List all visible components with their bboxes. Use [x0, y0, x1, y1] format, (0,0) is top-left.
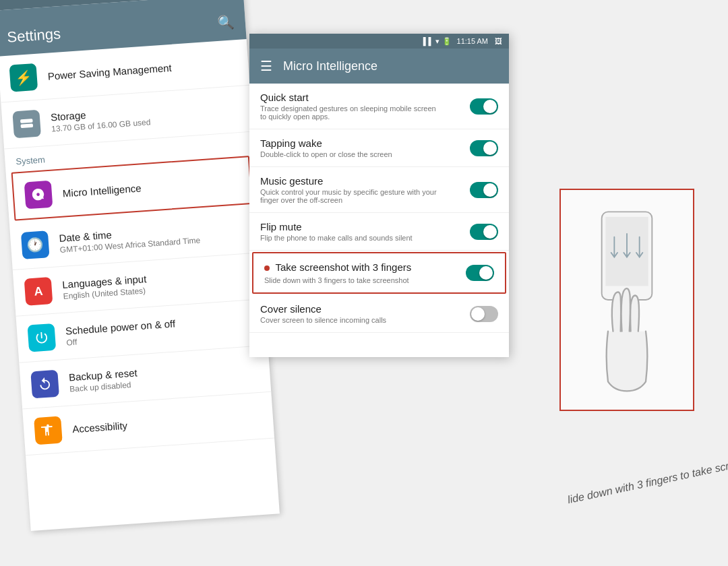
tapping-wake-label: Tapping wake — [260, 137, 392, 149]
screenshot-3fingers-item[interactable]: Take screenshot with 3 fingers Slide dow… — [252, 252, 506, 294]
flip-mute-item[interactable]: Flip mute Flip the phone to make calls a… — [249, 213, 509, 251]
cover-silence-label: Cover silence — [260, 303, 386, 315]
accessibility-text: Accessibility — [72, 419, 128, 435]
backup-reset-icon — [30, 370, 59, 399]
micro-intelligence-icon — [24, 181, 53, 210]
quick-start-item[interactable]: Quick start Trace designated gestures on… — [249, 84, 509, 129]
cover-silence-knob — [471, 307, 485, 321]
tapping-wake-toggle[interactable] — [470, 140, 498, 156]
settings-title: Settings — [7, 25, 61, 46]
cover-silence-text: Cover silence Cover screen to silence in… — [260, 303, 386, 324]
music-gesture-text: Music gesture Quick control your music b… — [260, 175, 442, 204]
music-gesture-label: Music gesture — [260, 175, 442, 187]
flip-mute-toggle[interactable] — [470, 224, 498, 240]
quick-start-toggle[interactable] — [470, 98, 498, 115]
date-time-icon: 🕐 — [21, 230, 50, 259]
screenshot-3fingers-toggle[interactable] — [466, 265, 494, 281]
music-gesture-knob — [483, 183, 497, 197]
quick-start-knob — [483, 100, 497, 113]
screenshot-3fingers-label: Take screenshot with 3 fingers — [275, 261, 411, 273]
flip-mute-sub: Flip the phone to make calls and sounds … — [260, 234, 413, 242]
tapping-wake-item[interactable]: Tapping wake Double-click to open or clo… — [249, 129, 509, 167]
menu-icon[interactable]: ☰ — [260, 58, 272, 74]
micro-intelligence-text: Micro Intelligence — [62, 182, 142, 199]
micro-intelligence-panel: ▌▌ ▾ 🔋 11:15 AM 🖼 ☰ Micro Intelligence Q… — [249, 34, 509, 357]
cover-silence-sub: Cover screen to silence incoming calls — [260, 316, 386, 324]
micro-intelligence-label: Micro Intelligence — [62, 182, 142, 199]
micro-title: Micro Intelligence — [283, 59, 377, 73]
accessibility-label: Accessibility — [72, 419, 128, 435]
power-saving-icon: ⚡ — [9, 63, 38, 92]
tapping-wake-knob — [483, 142, 497, 155]
music-gesture-toggle[interactable] — [470, 182, 498, 198]
cover-silence-item[interactable]: Cover silence Cover screen to silence in… — [249, 295, 509, 333]
screenshot-3fingers-sub: Slide down with 3 fingers to take screen… — [264, 276, 411, 284]
phone-illustration — [573, 206, 681, 394]
settings-panel: ▌▌ ▾ 11:15 AM Settings 🔍 ⚡ Power Saving … — [0, 0, 280, 531]
flip-mute-knob — [483, 225, 497, 239]
storage-text: Storage 13.70 GB of 16.00 GB used — [50, 104, 150, 133]
micro-status-bar: ▌▌ ▾ 🔋 11:15 AM 🖼 — [249, 34, 509, 49]
flip-mute-label: Flip mute — [260, 221, 413, 232]
cover-silence-toggle[interactable] — [470, 306, 498, 322]
music-gesture-item[interactable]: Music gesture Quick control your music b… — [249, 167, 509, 213]
quick-start-label: Quick start — [260, 92, 442, 103]
storage-icon — [12, 110, 41, 139]
red-dot — [264, 265, 270, 271]
flip-mute-text: Flip mute Flip the phone to make calls a… — [260, 221, 413, 242]
tapping-wake-text: Tapping wake Double-click to open or clo… — [260, 137, 392, 158]
languages-icon: A — [24, 277, 53, 306]
date-time-text: Date & time GMT+01:00 West Africa Standa… — [59, 222, 201, 254]
tapping-wake-sub: Double-click to open or close the screen — [260, 150, 392, 158]
micro-image-icon: 🖼 — [495, 37, 502, 45]
micro-header: ☰ Micro Intelligence — [249, 49, 509, 84]
schedule-power-text: Schedule power on & off Off — [65, 317, 177, 347]
screenshot-caption: lide down with 3 fingers to take screens… — [566, 452, 728, 506]
quick-start-sub: Trace designated gestures on sleeping mo… — [260, 104, 442, 121]
screenshot-3fingers-knob — [479, 266, 493, 280]
illustration-panel — [559, 189, 694, 411]
quick-start-text: Quick start Trace designated gestures on… — [260, 92, 442, 121]
accessibility-icon — [34, 416, 63, 445]
search-icon[interactable]: 🔍 — [217, 13, 235, 31]
power-saving-label: Power Saving Management — [47, 61, 172, 82]
backup-reset-text: Backup & reset Back up disabled — [68, 367, 138, 394]
schedule-power-icon — [27, 323, 56, 352]
languages-text: Languages & input English (United States… — [62, 273, 148, 301]
screenshot-3fingers-text: Take screenshot with 3 fingers Slide dow… — [264, 261, 411, 284]
micro-signal: ▌▌ ▾ 🔋 — [423, 37, 452, 46]
music-gesture-sub: Quick control your music by specific ges… — [260, 188, 442, 204]
micro-time: 11:15 AM — [457, 37, 488, 45]
